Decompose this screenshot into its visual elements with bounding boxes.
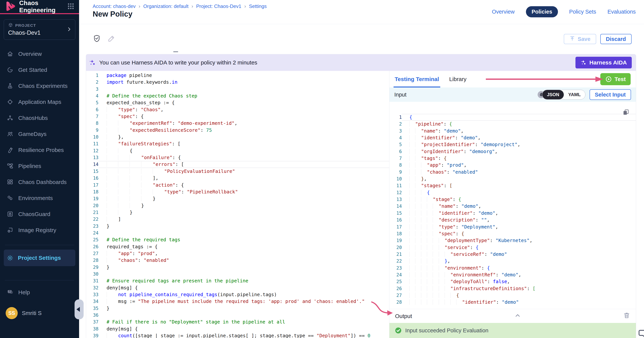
sidebar-item-overview[interactable]: Overview [0, 46, 79, 62]
code-line[interactable]: 34 msg := "The pipeline must include the… [86, 298, 389, 305]
code-line[interactable]: 38deny[msg] { [86, 325, 389, 332]
code-line[interactable]: 28 "identifier": "demo" [390, 299, 636, 305]
code-line[interactable]: 1package pipeline [86, 72, 389, 79]
sidebar-item-get-started[interactable]: Get Started [0, 62, 79, 78]
code-line[interactable]: 3 "name": "demo", [390, 128, 636, 134]
code-line[interactable]: 24 [86, 230, 389, 236]
code-line[interactable]: 21 } [86, 209, 389, 216]
code-line[interactable]: 16 ], [86, 175, 389, 182]
edit-pencil-icon[interactable] [107, 34, 116, 43]
code-line[interactable]: 20 "service": { [390, 244, 636, 251]
sidebar-item-application-maps[interactable]: Application Maps [0, 94, 79, 110]
code-line[interactable]: 8 "app": "prod", [390, 162, 636, 169]
apps-grid-icon[interactable] [67, 3, 74, 11]
code-line[interactable]: 18 "type": "PipelineRollback" [86, 188, 389, 195]
code-line[interactable]: 2 "pipeline": { [390, 121, 636, 127]
code-line[interactable]: 29} [86, 264, 389, 271]
code-line[interactable]: 13 "onFailure": { [86, 154, 389, 161]
code-line[interactable]: 19 } [86, 195, 389, 202]
code-line[interactable]: 28 "chaos": "enabled" [86, 257, 389, 264]
tab-testing-terminal[interactable]: Testing Terminal [395, 71, 439, 88]
code-line[interactable]: 11 "failureStrategies": [ [86, 140, 389, 147]
code-line[interactable]: 26required_tags := { [86, 243, 389, 250]
code-line[interactable]: 14 "name": "demo", [390, 203, 636, 210]
code-line[interactable]: 25# Define the required tags [86, 236, 389, 243]
code-line[interactable]: 6 "type": "Chaos", [86, 106, 389, 113]
code-line[interactable]: 15 "PolicyEvaluationFailure" [86, 168, 389, 175]
code-line[interactable]: 20 } [86, 202, 389, 209]
code-line[interactable]: 11 "stages": [ [390, 182, 636, 189]
sidebar-item-chaos-dashboards[interactable]: Chaos Dashboards [0, 174, 79, 190]
sidebar-item-help[interactable]: ? Help [0, 286, 79, 298]
format-option-json[interactable]: JSON [542, 90, 564, 99]
code-line[interactable]: 27 { [390, 292, 636, 299]
select-input-button[interactable]: Select Input [590, 89, 631, 100]
copy-icon[interactable] [622, 109, 630, 117]
code-line[interactable]: 12 { [390, 189, 636, 196]
sidebar-collapse-handle[interactable] [74, 299, 84, 319]
code-line[interactable]: 23} [86, 223, 389, 230]
top-nav-policies[interactable]: Policies [526, 6, 558, 17]
top-nav-overview[interactable]: Overview [492, 9, 515, 15]
code-line[interactable]: 37# Fail if there is no "Deployment" sta… [86, 318, 389, 325]
project-selector[interactable]: PROJECT Chaos-Dev1 [4, 20, 75, 40]
code-line[interactable]: 9 "expectedResilienceScore": 75 [86, 127, 389, 134]
test-input-editor[interactable]: 1{2 "pipeline": {3 "name": "demo",4 "ide… [390, 102, 636, 309]
code-line[interactable]: 14 "errors": [ [86, 161, 389, 168]
code-line[interactable]: 32deny[msg] { [86, 284, 389, 291]
chat-bubble-icon[interactable] [638, 328, 644, 338]
harness-chaos-logo-icon[interactable] [4, 1, 16, 13]
code-line[interactable]: 39 count([stage | stage := input.pipelin… [86, 332, 389, 338]
sidebar-item-chaos-experiments[interactable]: Chaos Experiments [0, 78, 79, 94]
code-line[interactable]: 17 "action": { [86, 182, 389, 188]
breadcrumb-item[interactable]: Project: Chaos-Dev1 [196, 4, 242, 9]
breadcrumb-item[interactable]: Account: chaos-dev [93, 4, 136, 9]
policy-code-editor[interactable]: 1package pipeline2import future.keywords… [86, 71, 389, 338]
sidebar-item-pipelines[interactable]: Pipelines [0, 158, 79, 174]
code-line[interactable]: 7 "tags": { [390, 155, 636, 162]
top-nav-policy-sets[interactable]: Policy Sets [569, 9, 596, 15]
code-line[interactable]: 1{ [390, 114, 636, 121]
code-line[interactable]: 5 "projectIdentifier": "demoproject", [390, 141, 636, 148]
discard-button[interactable]: Discard [600, 34, 632, 44]
code-line[interactable]: 12 { [86, 147, 389, 154]
sidebar-item-gamedays[interactable]: GameDays [0, 126, 79, 142]
resize-handle[interactable] [173, 51, 178, 52]
delete-output-icon[interactable] [623, 312, 630, 320]
code-line[interactable]: 17 "type": "Deployment", [390, 224, 636, 230]
sidebar-item-image-registry[interactable]: Image Registry [0, 222, 79, 238]
code-line[interactable]: 18 "spec": { [390, 230, 636, 237]
code-line[interactable]: 26 "infrastructureDefinitions": [ [390, 285, 636, 292]
code-line[interactable]: 6 "orgIdentifier": "demoorg", [390, 148, 636, 155]
top-nav-evaluations[interactable]: Evaluations [608, 9, 636, 15]
code-line[interactable]: 9 "chaos": "enabled" [390, 169, 636, 175]
tab-library[interactable]: Library [449, 71, 466, 88]
save-button[interactable]: Save [564, 34, 596, 44]
code-line[interactable]: 35} [86, 305, 389, 312]
sidebar-item-chaosguard[interactable]: ChaosGuard [0, 206, 79, 222]
user-menu[interactable]: SS Smriti S [0, 307, 79, 319]
code-line[interactable]: 10 }, [390, 175, 636, 182]
code-line[interactable]: 5expected_chaos_step := { [86, 99, 389, 106]
code-line[interactable]: 22 ] [86, 216, 389, 223]
code-line[interactable]: 4# Define the expected Chaos step [86, 93, 389, 99]
sidebar-item-project-settings[interactable]: Project Settings [4, 250, 75, 266]
code-line[interactable]: 22 }, [390, 258, 636, 264]
test-button[interactable]: Test [600, 73, 631, 85]
sidebar-item-environments[interactable]: Environments [0, 190, 79, 206]
code-line[interactable]: 3 [86, 86, 389, 93]
code-line[interactable]: 33 not pipeline_contains_required_tags(i… [86, 291, 389, 298]
code-line[interactable]: 19 "deploymentType": "Kubernetes", [390, 237, 636, 244]
format-toggle[interactable]: JSON YAML [542, 90, 585, 100]
code-line[interactable]: 27 "app": "prod", [86, 250, 389, 257]
breadcrumb-item[interactable]: Settings [249, 4, 267, 9]
code-line[interactable]: 23 "environment": { [390, 265, 636, 271]
format-option-yaml[interactable]: YAML [564, 90, 585, 99]
breadcrumb-item[interactable]: Organization: default [143, 4, 188, 9]
code-line[interactable]: 4 "identifier": "demo", [390, 134, 636, 141]
shield-check-icon[interactable] [93, 34, 101, 43]
harness-aida-button[interactable]: Harness AIDA [576, 57, 632, 69]
code-line[interactable]: 10 }, [86, 134, 389, 140]
sidebar-item-resilience-probes[interactable]: Resilience Probes [0, 142, 79, 158]
code-line[interactable]: 2import future.keywords.in [86, 79, 389, 86]
